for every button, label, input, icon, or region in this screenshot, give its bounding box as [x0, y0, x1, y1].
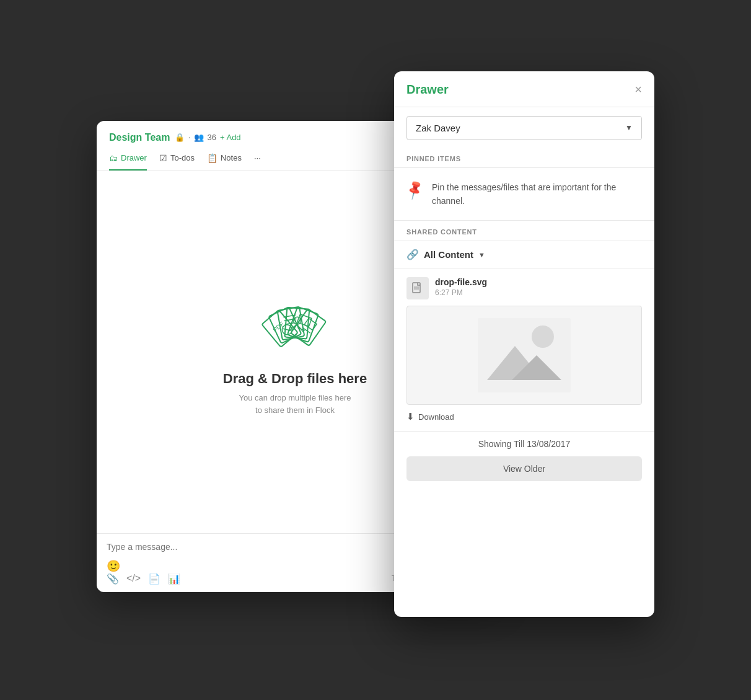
all-content-label: All Content [424, 249, 473, 260]
more-tab-label: ··· [254, 153, 261, 162]
todos-tab-icon: ☑ [159, 153, 167, 163]
drawer-title: Drawer [406, 82, 449, 97]
channel-meta: 🔒 • 👥 36 + Add [175, 133, 240, 142]
pin-icon: 📌 [403, 178, 426, 200]
tab-notes[interactable]: 📋 Notes [207, 153, 242, 171]
file-info: drop-file.svg 6:27 PM [435, 277, 642, 297]
pin-message: Pin the messages/files that are importan… [432, 180, 642, 208]
image-placeholder-svg [475, 315, 574, 396]
user-name: Zak Davey [416, 123, 460, 133]
doc-icon[interactable]: 📄 [148, 573, 160, 585]
dropdown-arrow-icon: ▼ [478, 251, 485, 259]
drop-subtitle: You can drop multiple files hereto share… [239, 392, 351, 416]
user-select[interactable]: Zak Davey ▼ [406, 116, 642, 140]
attachment-icon[interactable]: 📎 [107, 573, 119, 585]
chevron-down-icon: ▼ [625, 123, 633, 132]
people-icon: 👥 [194, 133, 204, 142]
lock-icon: 🔒 [175, 133, 185, 142]
todos-tab-label: To-dos [170, 153, 195, 162]
drop-illustration: PDF [227, 288, 363, 358]
file-thumbnail-icon [406, 277, 429, 299]
all-content-filter[interactable]: 🔗 All Content ▼ [394, 241, 654, 268]
tab-more[interactable]: ··· [254, 153, 261, 171]
file-header: drop-file.svg 6:27 PM [406, 277, 642, 299]
chart-icon[interactable]: 📊 [168, 573, 180, 585]
view-older-button[interactable]: View Older [406, 456, 642, 481]
showing-till: Showing Till 13/08/2017 [394, 431, 654, 456]
pinned-items-label: PINNED ITEMS [394, 149, 654, 168]
drawer-tab-label: Drawer [121, 153, 147, 162]
notes-tab-label: Notes [221, 153, 242, 162]
drawer-header: Drawer × [394, 71, 654, 107]
file-name: drop-file.svg [435, 277, 642, 287]
tab-drawer[interactable]: 🗂 Drawer [109, 153, 147, 171]
download-label: Download [418, 412, 454, 422]
file-item: drop-file.svg 6:27 PM ⬇ Download [394, 268, 654, 431]
svg-point-20 [532, 326, 554, 348]
pinned-items-section: 📌 Pin the messages/files that are import… [394, 168, 654, 221]
drawer-panel: Drawer × Zak Davey ▼ PINNED ITEMS 📌 Pin … [394, 71, 654, 617]
file-preview [406, 306, 642, 405]
svg-rect-16 [413, 283, 420, 293]
code-icon[interactable]: </> [126, 573, 141, 584]
download-button[interactable]: ⬇ Download [406, 411, 642, 422]
close-icon[interactable]: × [635, 83, 642, 95]
svg-rect-19 [478, 318, 571, 392]
paperclip-icon: 🔗 [406, 249, 419, 260]
file-time: 6:27 PM [435, 288, 642, 297]
channel-name: Design Team [109, 132, 170, 143]
chat-title: Design Team 🔒 • 👥 36 + Add [109, 132, 241, 143]
tab-todos[interactable]: ☑ To-dos [159, 153, 195, 171]
download-icon: ⬇ [406, 411, 415, 422]
member-count: 36 [208, 133, 216, 142]
drawer-tab-icon: 🗂 [109, 153, 118, 163]
drop-title: Drag & Drop files here [223, 371, 367, 387]
shared-content-label: SHARED CONTENT [394, 221, 654, 241]
emoji-icon[interactable]: 🙂 [107, 559, 120, 573]
files-fan-svg: PDF [227, 288, 363, 356]
notes-tab-icon: 📋 [207, 153, 217, 163]
add-label[interactable]: + Add [220, 133, 241, 142]
